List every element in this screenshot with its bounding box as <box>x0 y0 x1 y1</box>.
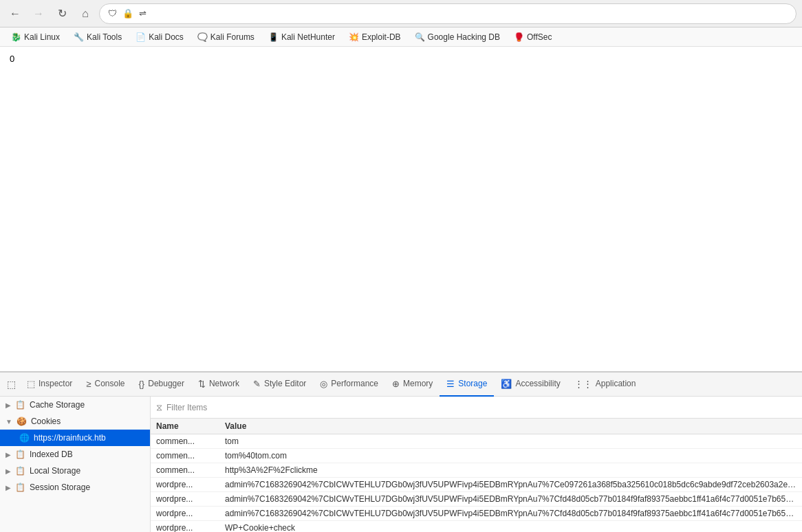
bookmark-offsec[interactable]: 🥊 OffSec <box>508 31 557 43</box>
devtools-toolbar: ⬚ ⬚ Inspector ≥ Console {} Debugger ⇅ Ne… <box>0 373 802 397</box>
page-response-text: 0 <box>10 54 14 64</box>
offsec-icon: 🥊 <box>514 32 524 42</box>
sidebar-label: Session Storage <box>30 483 90 492</box>
expand-arrow-icon: ▼ <box>6 418 12 425</box>
sidebar-label: Cookies <box>31 417 61 426</box>
table-row[interactable]: wordpre...admin%7C1683269042%7CbICWvTEHL… <box>151 507 802 521</box>
bookmark-label: Kali Docs <box>149 32 184 42</box>
tab-label: Inspector <box>39 379 72 388</box>
share-icon: ⇌ <box>139 8 147 19</box>
exploit-db-icon: 💥 <box>349 32 359 42</box>
indexed-db-icon: 📋 <box>15 450 25 459</box>
tab-label: Style Editor <box>264 379 306 388</box>
devtools-inspect-button[interactable]: ⬚ <box>3 376 20 392</box>
cookie-name-cell: wordpre... <box>151 507 219 521</box>
local-storage-icon: 📋 <box>15 466 25 476</box>
tab-memory[interactable]: ⊕ Memory <box>385 373 440 397</box>
bookmarks-bar: 🐉 Kali Linux 🔧 Kali Tools 📄 Kali Docs 🗨️… <box>0 27 802 47</box>
table-row[interactable]: wordpre...WP+Cookie+check <box>151 521 802 533</box>
sidebar-label: Indexed DB <box>30 450 73 459</box>
expand-arrow-icon: ▶ <box>6 451 11 458</box>
cookie-value-cell: admin%7C1683269042%7CbICWvTEHLU7DGb0wj3f… <box>219 492 802 507</box>
sidebar-label: Local Storage <box>30 466 80 476</box>
globe-icon: 🌐 <box>19 433 30 443</box>
memory-icon: ⊕ <box>392 379 400 389</box>
table-row[interactable]: commen...tom%40tom.com <box>151 449 802 463</box>
tab-console[interactable]: ≥ Console <box>79 373 131 397</box>
bookmark-kali-docs[interactable]: 📄 Kali Docs <box>130 31 189 43</box>
cookie-name-cell: commen... <box>151 463 219 478</box>
cookie-value-cell: http%3A%2F%2Fclickme <box>219 463 802 478</box>
accessibility-icon: ♿ <box>501 379 512 389</box>
sidebar-item-indexed-db[interactable]: ▶ 📋 Indexed DB <box>0 446 150 463</box>
cookies-icon: 🍪 <box>17 417 27 426</box>
filter-label: Filter Items <box>166 403 207 412</box>
tab-label: Accessibility <box>515 379 560 388</box>
cookie-value-cell: tom <box>219 434 802 449</box>
url-input[interactable]: https://brainfuck.htb/wp-admin/admin-aja… <box>152 8 788 19</box>
bookmark-label: Kali Forums <box>210 32 254 42</box>
col-header-name: Name <box>151 419 219 434</box>
nethunter-icon: 📱 <box>268 32 279 42</box>
tab-label: Application <box>596 379 636 388</box>
tab-performance[interactable]: ◎ Performance <box>313 373 385 397</box>
devtools-panel: ⬚ ⬚ Inspector ≥ Console {} Debugger ⇅ Ne… <box>0 371 802 532</box>
cookie-name-cell: wordpre... <box>151 478 219 492</box>
col-header-value: Value <box>219 419 802 434</box>
tab-application[interactable]: ⋮⋮ Application <box>567 373 643 397</box>
bookmark-label: OffSec <box>527 32 552 42</box>
tab-debugger[interactable]: {} Debugger <box>132 373 191 397</box>
tab-network[interactable]: ⇅ Network <box>191 373 246 397</box>
kali-forums-icon: 🗨️ <box>197 32 208 42</box>
back-button[interactable]: ← <box>6 4 25 23</box>
page-content: 0 <box>0 47 802 371</box>
bookmark-google-hacking[interactable]: 🔍 Google Hacking DB <box>409 31 506 43</box>
style-editor-icon: ✎ <box>253 379 261 389</box>
console-icon: ≥ <box>86 379 91 389</box>
sidebar-item-session-storage[interactable]: ▶ 📋 Session Storage <box>0 479 150 496</box>
filter-icon: ⧖ <box>156 402 162 413</box>
bookmark-exploit-db[interactable]: 💥 Exploit-DB <box>343 31 407 43</box>
filter-bar: ⧖ Filter Items <box>151 397 802 419</box>
table-row[interactable]: wordpre...admin%7C1683269042%7CbICWvTEHL… <box>151 492 802 507</box>
storage-icon: ☰ <box>446 379 455 389</box>
home-button[interactable]: ⌂ <box>76 4 95 23</box>
browser-toolbar: ← → ↻ ⌂ 🛡 🔒 ⇌ https://brainfuck.htb/wp-a… <box>0 0 802 27</box>
kali-linux-icon: 🐉 <box>11 32 21 42</box>
cookies-table-scroll[interactable]: Name Value commen...tomcommen...tom%40to… <box>151 419 802 532</box>
cookies-table: Name Value commen...tomcommen...tom%40to… <box>151 419 802 532</box>
tab-storage[interactable]: ☰ Storage <box>440 373 494 397</box>
devtools-sidebar: ▶ 📋 Cache Storage ▼ 🍪 Cookies 🌐 https://… <box>0 397 151 532</box>
table-row[interactable]: commen...http%3A%2F%2Fclickme <box>151 463 802 478</box>
cache-storage-icon: 📋 <box>15 400 25 410</box>
session-storage-icon: 📋 <box>15 483 25 492</box>
bookmark-label: Exploit-DB <box>362 32 401 42</box>
bookmark-kali-forums[interactable]: 🗨️ Kali Forums <box>192 31 260 43</box>
sidebar-item-cache-storage[interactable]: ▶ 📋 Cache Storage <box>0 397 150 413</box>
bookmark-label: Google Hacking DB <box>428 32 500 42</box>
devtools-main: ⧖ Filter Items Name Value commen...tomco… <box>151 397 802 532</box>
sidebar-item-cookies-brainfuck[interactable]: 🌐 https://brainfuck.htb <box>0 430 150 446</box>
tab-style-editor[interactable]: ✎ Style Editor <box>246 373 313 397</box>
sidebar-item-cookies[interactable]: ▼ 🍪 Cookies <box>0 413 150 430</box>
tab-accessibility[interactable]: ♿ Accessibility <box>494 373 567 397</box>
tab-label: Storage <box>458 379 487 388</box>
bookmark-kali-linux[interactable]: 🐉 Kali Linux <box>6 31 65 43</box>
inspector-icon: ⬚ <box>27 379 35 389</box>
expand-arrow-icon: ▶ <box>6 467 11 475</box>
bookmark-kali-tools[interactable]: 🔧 Kali Tools <box>68 31 127 43</box>
cookie-name-cell: commen... <box>151 449 219 463</box>
debugger-icon: {} <box>139 379 145 389</box>
tab-label: Performance <box>331 379 378 388</box>
bookmark-label: Kali Linux <box>24 32 60 42</box>
bookmark-kali-nethunter[interactable]: 📱 Kali NetHunter <box>263 31 340 43</box>
tab-inspector[interactable]: ⬚ Inspector <box>20 373 79 397</box>
table-row[interactable]: commen...tom <box>151 434 802 449</box>
reload-button[interactable]: ↻ <box>52 4 72 23</box>
cookie-name-cell: commen... <box>151 434 219 449</box>
cookie-name-cell: wordpre... <box>151 492 219 507</box>
forward-button[interactable]: → <box>29 4 48 23</box>
bookmark-label: Kali NetHunter <box>281 32 335 42</box>
sidebar-item-local-storage[interactable]: ▶ 📋 Local Storage <box>0 463 150 479</box>
table-row[interactable]: wordpre...admin%7C1683269042%7CbICWvTEHL… <box>151 478 802 492</box>
